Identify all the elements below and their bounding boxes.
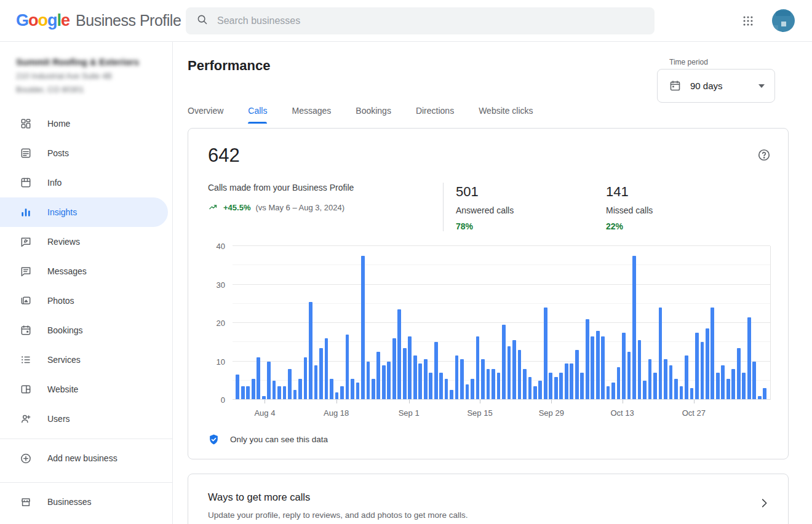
bar[interactable] (372, 379, 375, 400)
bar[interactable] (701, 342, 704, 400)
bar[interactable] (460, 359, 464, 400)
bar[interactable] (319, 348, 323, 400)
bar[interactable] (492, 369, 495, 400)
bar[interactable] (742, 373, 746, 400)
search-bar[interactable] (186, 7, 655, 34)
bar[interactable] (376, 352, 380, 400)
bar[interactable] (695, 333, 699, 400)
bar[interactable] (429, 373, 432, 400)
bar[interactable] (466, 384, 469, 400)
bar[interactable] (518, 350, 522, 400)
bar[interactable] (737, 348, 741, 400)
bar[interactable] (674, 379, 678, 400)
bar[interactable] (664, 359, 667, 400)
account-avatar[interactable] (772, 9, 795, 32)
bar[interactable] (716, 373, 720, 400)
bar[interactable] (752, 362, 756, 400)
bar[interactable] (726, 379, 730, 400)
bar[interactable] (298, 379, 302, 400)
sidebar-item-users[interactable]: Users (0, 404, 172, 434)
time-period-dropdown[interactable]: 90 days (657, 69, 775, 103)
bar[interactable] (252, 379, 255, 400)
tab-overview[interactable]: Overview (188, 106, 223, 124)
bar[interactable] (643, 381, 647, 400)
bar[interactable] (611, 383, 615, 400)
bar[interactable] (622, 333, 626, 400)
bar[interactable] (246, 386, 250, 400)
bar[interactable] (528, 377, 532, 400)
apps-grid-icon[interactable] (741, 14, 755, 28)
bar[interactable] (439, 373, 443, 400)
bar[interactable] (450, 390, 453, 400)
sidebar-item-bookings[interactable]: Bookings (0, 316, 172, 345)
bar[interactable] (575, 350, 579, 400)
bar[interactable] (236, 375, 239, 400)
bar[interactable] (382, 365, 386, 400)
bar[interactable] (445, 379, 448, 400)
bar[interactable] (533, 386, 537, 400)
sidebar-item-messages[interactable]: Messages (0, 256, 172, 286)
tab-messages[interactable]: Messages (292, 106, 331, 124)
bar[interactable] (570, 363, 573, 400)
bar[interactable] (481, 359, 485, 400)
sidebar-item-posts[interactable]: Posts (0, 138, 172, 168)
sidebar-item-businesses[interactable]: Businesses (0, 483, 172, 521)
bar[interactable] (340, 386, 344, 400)
sidebar-item-insights[interactable]: Insights (0, 197, 168, 227)
help-icon[interactable] (757, 148, 771, 164)
sidebar-item-services[interactable]: Services (0, 345, 172, 375)
app-logo[interactable]: Google Business Profile (0, 11, 172, 30)
bar[interactable] (476, 336, 480, 400)
bar[interactable] (538, 381, 542, 400)
sidebar-item-reviews[interactable]: Reviews (0, 227, 172, 256)
bar[interactable] (710, 308, 714, 400)
bar[interactable] (690, 388, 694, 400)
bar[interactable] (507, 346, 511, 400)
bar[interactable] (586, 319, 589, 400)
bar[interactable] (455, 355, 459, 400)
bar[interactable] (648, 359, 652, 400)
sidebar-item-info[interactable]: Info (0, 168, 172, 197)
bar[interactable] (653, 373, 657, 400)
bar[interactable] (283, 386, 287, 400)
bar[interactable] (607, 386, 610, 400)
bar[interactable] (601, 336, 605, 400)
search-input[interactable] (217, 15, 645, 26)
ways-to-get-more-calls-card[interactable]: Ways to get more calls Update your profi… (188, 474, 789, 524)
sidebar-item-website[interactable]: Website (0, 375, 172, 404)
bar[interactable] (680, 386, 683, 400)
bar[interactable] (497, 373, 501, 400)
bar[interactable] (591, 336, 594, 400)
tab-website-clicks[interactable]: Website clicks (479, 106, 533, 124)
bar[interactable] (367, 362, 370, 400)
bar[interactable] (408, 336, 412, 400)
bar[interactable] (293, 390, 297, 400)
bar[interactable] (763, 388, 766, 400)
bar[interactable] (397, 309, 401, 400)
tab-directions[interactable]: Directions (416, 106, 454, 124)
bar[interactable] (418, 363, 422, 400)
bar[interactable] (361, 256, 365, 400)
bar[interactable] (627, 352, 631, 400)
sidebar-item-add-new-business[interactable]: Add new business (0, 439, 172, 477)
bar[interactable] (685, 355, 688, 400)
bar[interactable] (403, 348, 407, 400)
bar[interactable] (559, 373, 563, 400)
bar[interactable] (314, 365, 318, 400)
bar[interactable] (747, 317, 751, 400)
bar[interactable] (273, 381, 276, 400)
bar[interactable] (267, 362, 271, 400)
sidebar-item-home[interactable]: Home (0, 109, 172, 138)
bar[interactable] (617, 367, 621, 400)
bar[interactable] (351, 379, 354, 400)
bar[interactable] (471, 379, 474, 400)
bar[interactable] (487, 369, 490, 400)
bar[interactable] (309, 302, 312, 400)
bar[interactable] (669, 365, 673, 400)
bar[interactable] (706, 328, 709, 400)
tab-calls[interactable]: Calls (248, 106, 267, 124)
bar[interactable] (304, 357, 308, 400)
bar[interactable] (413, 355, 417, 400)
bar[interactable] (356, 383, 360, 400)
bar[interactable] (424, 359, 428, 400)
